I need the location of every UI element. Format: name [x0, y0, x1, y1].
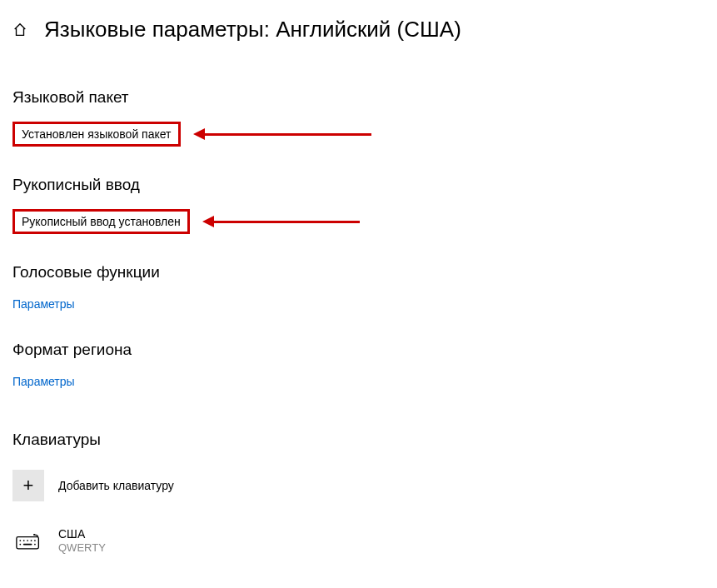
- keyboard-layout: QWERTY: [58, 541, 106, 556]
- status-handwriting-installed: Рукописный ввод установлен: [12, 209, 190, 234]
- svg-point-8: [34, 543, 36, 545]
- add-keyboard-label: Добавить клавиатуру: [58, 479, 174, 492]
- heading-handwriting: Рукописный ввод: [12, 176, 705, 194]
- svg-point-5: [34, 540, 36, 541]
- add-keyboard-button[interactable]: + Добавить клавиатуру: [12, 470, 705, 501]
- home-icon[interactable]: [12, 22, 29, 39]
- svg-point-9: [33, 534, 35, 536]
- page-title: Языковые параметры: Английский (США): [44, 17, 461, 42]
- heading-region-format: Формат региона: [12, 341, 705, 359]
- svg-rect-0: [17, 536, 38, 548]
- svg-point-2: [23, 540, 25, 541]
- section-handwriting: Рукописный ввод Рукописный ввод установл…: [12, 176, 705, 234]
- link-region-settings[interactable]: Параметры: [12, 375, 75, 388]
- svg-point-4: [31, 540, 32, 541]
- section-speech: Голосовые функции Параметры: [12, 263, 705, 311]
- svg-point-1: [19, 540, 21, 541]
- keyboard-name: США: [58, 526, 106, 541]
- section-keyboards: Клавиатуры + Добавить клавиатуру США QWE…: [12, 431, 705, 556]
- annotation-arrow: [202, 216, 360, 227]
- svg-rect-7: [23, 543, 32, 545]
- keyboard-item[interactable]: США QWERTY: [12, 526, 705, 556]
- link-speech-settings[interactable]: Параметры: [12, 297, 75, 311]
- annotation-arrow: [193, 128, 371, 140]
- svg-point-6: [19, 543, 21, 545]
- heading-language-pack: Языковой пакет: [12, 88, 705, 107]
- section-language-pack: Языковой пакет Установлен языковой пакет: [12, 88, 705, 147]
- plus-icon: +: [12, 470, 44, 501]
- heading-keyboards: Клавиатуры: [12, 431, 705, 449]
- keyboard-icon: [12, 530, 44, 553]
- section-region-format: Формат региона Параметры: [12, 341, 705, 389]
- svg-point-3: [27, 540, 28, 541]
- status-language-pack-installed: Установлен языковой пакет: [12, 122, 181, 147]
- heading-speech: Голосовые функции: [12, 263, 705, 282]
